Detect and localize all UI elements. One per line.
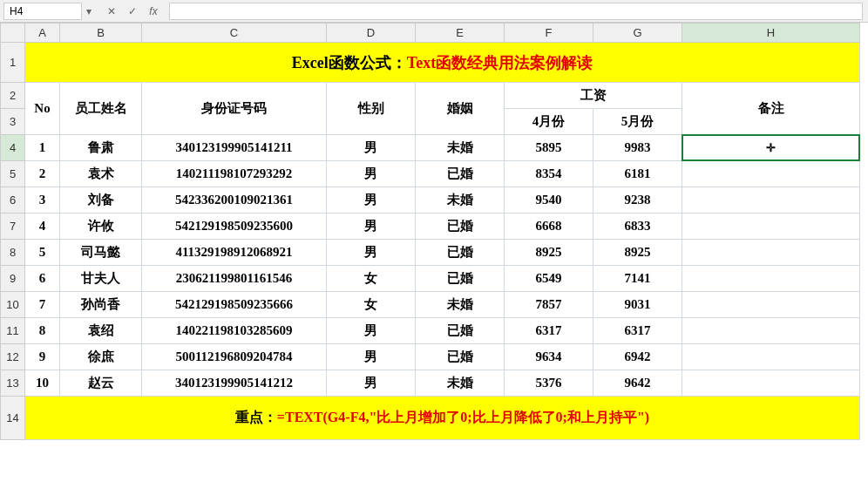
row-header-7[interactable]: 7 bbox=[1, 214, 25, 240]
cell-name[interactable]: 袁绍 bbox=[60, 318, 142, 344]
cell-remark[interactable] bbox=[682, 370, 860, 397]
col-header-A[interactable]: A bbox=[25, 24, 60, 43]
cell-no[interactable]: 2 bbox=[25, 161, 60, 187]
col-header-G[interactable]: G bbox=[593, 24, 682, 43]
cell-april[interactable]: 9540 bbox=[505, 187, 593, 214]
col-header-F[interactable]: F bbox=[505, 24, 593, 43]
cell-marital[interactable]: 已婚 bbox=[416, 266, 505, 292]
cell-remark[interactable] bbox=[682, 344, 860, 370]
cell-marital[interactable]: 未婚 bbox=[416, 187, 505, 214]
cell-remark[interactable] bbox=[682, 187, 860, 214]
hdr-remark[interactable]: 备注 bbox=[682, 83, 860, 135]
row-header-14[interactable]: 14 bbox=[1, 397, 25, 440]
col-header-H[interactable]: H bbox=[682, 24, 860, 43]
name-box-dropdown-icon[interactable]: ▾ bbox=[82, 5, 96, 17]
cell-id[interactable]: 542129198509235666 bbox=[142, 292, 327, 318]
cell-april[interactable]: 6317 bbox=[505, 318, 593, 344]
cell-no[interactable]: 8 bbox=[25, 318, 60, 344]
name-box[interactable]: H4 bbox=[3, 3, 82, 20]
cell-remark[interactable] bbox=[682, 214, 860, 240]
cell-id[interactable]: 340123199905141212 bbox=[142, 370, 327, 397]
hdr-gender[interactable]: 性别 bbox=[327, 83, 416, 135]
confirm-icon[interactable]: ✓ bbox=[125, 5, 139, 17]
cell-marital[interactable]: 已婚 bbox=[416, 240, 505, 266]
hdr-name[interactable]: 员工姓名 bbox=[60, 83, 142, 135]
cell-gender[interactable]: 女 bbox=[327, 292, 416, 318]
cell-marital[interactable]: 已婚 bbox=[416, 161, 505, 187]
cell-may[interactable]: 6317 bbox=[593, 318, 682, 344]
cell-gender[interactable]: 男 bbox=[327, 187, 416, 214]
cell-april[interactable]: 8354 bbox=[505, 161, 593, 187]
cell-id[interactable]: 230621199801161546 bbox=[142, 266, 327, 292]
cell-may[interactable]: 6833 bbox=[593, 214, 682, 240]
row-header-9[interactable]: 9 bbox=[1, 266, 25, 292]
row-header-10[interactable]: 10 bbox=[1, 292, 25, 318]
row-header-11[interactable]: 11 bbox=[1, 318, 25, 344]
cell-remark[interactable] bbox=[682, 292, 860, 318]
title-cell[interactable]: Excel函数公式：Text函数经典用法案例解读 bbox=[25, 43, 860, 83]
hdr-salary[interactable]: 工资 bbox=[505, 83, 682, 109]
cell-name[interactable]: 赵云 bbox=[60, 370, 142, 397]
row-header-12[interactable]: 12 bbox=[1, 344, 25, 370]
cell-april[interactable]: 7857 bbox=[505, 292, 593, 318]
cell-id[interactable]: 542336200109021361 bbox=[142, 187, 327, 214]
cell-gender[interactable]: 男 bbox=[327, 135, 416, 161]
cell-remark[interactable]: ✛ bbox=[682, 135, 860, 161]
cell-gender[interactable]: 女 bbox=[327, 266, 416, 292]
row-header-4[interactable]: 4 bbox=[1, 135, 25, 161]
cell-name[interactable]: 鲁肃 bbox=[60, 135, 142, 161]
row-header-13[interactable]: 13 bbox=[1, 370, 25, 397]
hdr-id[interactable]: 身份证号码 bbox=[142, 83, 327, 135]
cell-april[interactable]: 6668 bbox=[505, 214, 593, 240]
cell-gender[interactable]: 男 bbox=[327, 370, 416, 397]
fx-icon[interactable]: fx bbox=[146, 5, 160, 17]
cell-may[interactable]: 9031 bbox=[593, 292, 682, 318]
hdr-marital[interactable]: 婚姻 bbox=[416, 83, 505, 135]
footer-cell[interactable]: 重点：=TEXT(G4-F4,"比上月增加了0;比上月降低了0;和上月持平") bbox=[25, 397, 860, 440]
cell-remark[interactable] bbox=[682, 318, 860, 344]
cell-may[interactable]: 6181 bbox=[593, 161, 682, 187]
cell-may[interactable]: 6942 bbox=[593, 344, 682, 370]
cell-may[interactable]: 7141 bbox=[593, 266, 682, 292]
cell-remark[interactable] bbox=[682, 240, 860, 266]
cell-id[interactable]: 542129198509235600 bbox=[142, 214, 327, 240]
hdr-no[interactable]: No bbox=[25, 83, 60, 135]
cell-gender[interactable]: 男 bbox=[327, 240, 416, 266]
cell-name[interactable]: 徐庶 bbox=[60, 344, 142, 370]
cell-name[interactable]: 刘备 bbox=[60, 187, 142, 214]
row-header-8[interactable]: 8 bbox=[1, 240, 25, 266]
cell-id[interactable]: 340123199905141211 bbox=[142, 135, 327, 161]
cell-april[interactable]: 6549 bbox=[505, 266, 593, 292]
cell-name[interactable]: 许攸 bbox=[60, 214, 142, 240]
cell-marital[interactable]: 未婚 bbox=[416, 370, 505, 397]
cell-name[interactable]: 甘夫人 bbox=[60, 266, 142, 292]
cell-id[interactable]: 140221198103285609 bbox=[142, 318, 327, 344]
cell-gender[interactable]: 男 bbox=[327, 161, 416, 187]
cell-no[interactable]: 6 bbox=[25, 266, 60, 292]
row-header-6[interactable]: 6 bbox=[1, 187, 25, 214]
col-header-E[interactable]: E bbox=[416, 24, 505, 43]
spreadsheet-grid[interactable]: A B C D E F G H 1 Excel函数公式：Text函数经典用法案例… bbox=[0, 23, 868, 502]
cell-remark[interactable] bbox=[682, 266, 860, 292]
cell-no[interactable]: 7 bbox=[25, 292, 60, 318]
row-header-2[interactable]: 2 bbox=[1, 83, 25, 109]
cell-name[interactable]: 袁术 bbox=[60, 161, 142, 187]
hdr-april[interactable]: 4月份 bbox=[505, 109, 593, 135]
col-header-D[interactable]: D bbox=[327, 24, 416, 43]
cell-gender[interactable]: 男 bbox=[327, 344, 416, 370]
cell-no[interactable]: 9 bbox=[25, 344, 60, 370]
select-all-corner[interactable] bbox=[1, 24, 25, 43]
col-header-B[interactable]: B bbox=[60, 24, 142, 43]
cell-no[interactable]: 5 bbox=[25, 240, 60, 266]
cell-april[interactable]: 8925 bbox=[505, 240, 593, 266]
cell-may[interactable]: 8925 bbox=[593, 240, 682, 266]
cell-april[interactable]: 9634 bbox=[505, 344, 593, 370]
row-header-1[interactable]: 1 bbox=[1, 43, 25, 83]
cell-marital[interactable]: 已婚 bbox=[416, 214, 505, 240]
cell-may[interactable]: 9983 bbox=[593, 135, 682, 161]
cell-no[interactable]: 1 bbox=[25, 135, 60, 161]
cancel-icon[interactable]: ✕ bbox=[105, 5, 119, 17]
col-header-C[interactable]: C bbox=[142, 24, 327, 43]
cell-gender[interactable]: 男 bbox=[327, 214, 416, 240]
cell-name[interactable]: 孙尚香 bbox=[60, 292, 142, 318]
